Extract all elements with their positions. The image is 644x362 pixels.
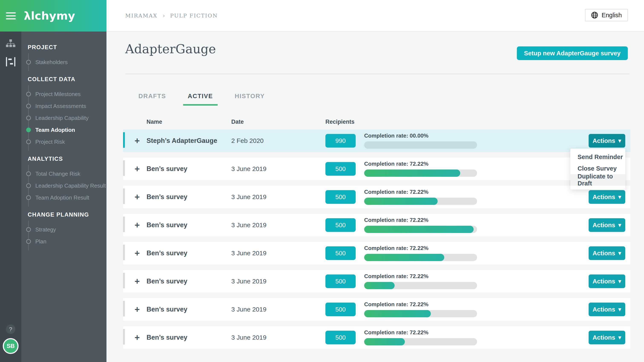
sidebar-item-plan[interactable]: Plan	[21, 236, 106, 248]
caret-down-icon: ▼	[618, 279, 622, 284]
timeline-bullet	[26, 92, 31, 96]
recipients-badge: 500	[326, 190, 356, 204]
caret-down-icon: ▼	[618, 195, 622, 199]
completion-rate-label: Completion rate: 72.22%	[364, 329, 492, 336]
nav-section-title: PROJECT	[28, 44, 106, 51]
row-accent-bar	[123, 329, 125, 344]
survey-name: Steph’s AdapterGauge	[146, 130, 217, 152]
recipients-badge: 500	[326, 218, 356, 232]
recipients-badge: 500	[326, 331, 356, 344]
recipients-badge: 500	[326, 246, 356, 260]
topbar: MIRAMAX › PULP FICTION English	[106, 0, 644, 32]
caret-down-icon: ▼	[618, 335, 622, 340]
setup-survey-button[interactable]: Setup new AdapterGauge survey	[517, 46, 628, 60]
expand-row-button[interactable]: +	[132, 186, 142, 208]
timeline-bullet	[26, 60, 31, 64]
sidebar-item-team-adoption-result[interactable]: Team Adoption Result	[21, 192, 106, 204]
gantt-icon[interactable]	[6, 57, 15, 66]
nav-section-title: ANALYTICS	[28, 156, 106, 162]
tab-drafts[interactable]: DRAFTS	[134, 93, 171, 106]
tab-active[interactable]: ACTIVE	[183, 93, 218, 106]
actions-label: Actions	[593, 334, 615, 341]
actions-label: Actions	[593, 137, 615, 144]
hamburger-menu-icon[interactable]	[6, 12, 16, 20]
progress-fill	[364, 254, 444, 261]
progress-bar	[364, 338, 477, 346]
language-button[interactable]: English	[585, 9, 628, 21]
sidebar-item-leadership-capability-result[interactable]: Leadership Capability Result	[21, 180, 106, 192]
sidebar-item-project-risk[interactable]: Project Risk	[21, 136, 106, 148]
breadcrumb-item-miramax[interactable]: MIRAMAX	[125, 12, 158, 19]
actions-label: Actions	[593, 250, 615, 257]
expand-row-button[interactable]: +	[132, 298, 142, 321]
survey-row: + Ben’s survey 3 June 2019 500 Completio…	[123, 186, 630, 208]
main-content: AdapterGauge Setup new AdapterGauge surv…	[106, 32, 644, 362]
timeline-bullet	[26, 116, 31, 120]
completion-rate-label: Completion rate: 72.22%	[364, 189, 492, 195]
sidebar-item-leadership-capability[interactable]: Leadership Capability	[21, 112, 106, 124]
nav-section-change-planning: CHANGE PLANNING Strategy Plan	[21, 211, 106, 248]
language-label: English	[602, 12, 622, 19]
progress-bar	[364, 198, 477, 205]
expand-row-button[interactable]: +	[132, 270, 142, 292]
completion-cell: Completion rate: 72.22%	[364, 329, 492, 346]
actions-button[interactable]: Actions ▼	[589, 218, 625, 232]
actions-button[interactable]: Actions ▼	[589, 134, 625, 148]
avatar[interactable]: SB	[3, 338, 18, 354]
tabs: DRAFTS ACTIVE HISTORY	[134, 93, 270, 106]
menu-item-send-reminder[interactable]: Send Reminder	[570, 151, 625, 163]
actions-button[interactable]: Actions ▼	[589, 274, 625, 288]
breadcrumb-item-pulp-fiction[interactable]: PULP FICTION	[170, 12, 218, 19]
actions-button[interactable]: Actions ▼	[589, 246, 625, 260]
sidebar-item-stakeholders[interactable]: Stakeholders	[21, 56, 106, 68]
actions-button[interactable]: Actions ▼	[589, 302, 625, 316]
caret-down-icon: ▼	[618, 307, 622, 312]
globe-icon	[591, 12, 598, 19]
menu-item-close-survey[interactable]: Close Survey	[570, 163, 625, 174]
survey-date: 3 June 2019	[231, 270, 266, 292]
sidebar-item-strategy[interactable]: Strategy	[21, 224, 106, 236]
expand-row-button[interactable]: +	[132, 326, 142, 349]
completion-rate-label: Completion rate: 72.22%	[364, 273, 492, 280]
expand-row-button[interactable]: +	[132, 158, 142, 180]
sidebar-item-project-milestones[interactable]: Project Milestones	[21, 88, 106, 100]
timeline-bullet	[26, 195, 31, 200]
plus-icon: +	[134, 304, 140, 314]
completion-cell: Completion rate: 72.22%	[364, 301, 492, 317]
expand-row-button[interactable]: +	[132, 130, 142, 152]
expand-row-button[interactable]: +	[132, 214, 142, 236]
sidebar-item-impact-assessments[interactable]: Impact Assessments	[21, 100, 106, 112]
tab-history[interactable]: HISTORY	[230, 93, 270, 106]
plus-icon: +	[134, 192, 140, 202]
progress-fill	[364, 310, 431, 317]
menu-item-duplicate-to-draft[interactable]: Duplicate to Draft	[570, 174, 625, 186]
progress-bar	[364, 282, 477, 289]
sidebar-item-team-adoption[interactable]: Team Adoption	[21, 124, 106, 136]
progress-bar	[364, 142, 477, 149]
sidebar-iconstrip: ? SB	[0, 32, 21, 362]
survey-row: + Ben’s survey 3 June 2019 500 Completio…	[123, 214, 630, 236]
nav-section-collect-data: COLLECT DATA Project Milestones Impact A…	[21, 76, 106, 148]
progress-fill	[364, 226, 474, 233]
progress-fill	[364, 338, 405, 346]
sidebar-item-total-change-risk[interactable]: Total Change Risk	[21, 168, 106, 180]
row-accent-bar	[123, 132, 125, 148]
survey-date: 3 June 2019	[231, 298, 266, 321]
sidebar-nav: PROJECT Stakeholders COLLECT DATA Projec…	[21, 32, 106, 362]
page-title: AdapterGauge	[125, 42, 216, 56]
survey-row: + Ben’s survey 3 June 2019 500 Completio…	[123, 242, 630, 264]
survey-row: + Ben’s survey 3 June 2019 500 Completio…	[123, 298, 630, 321]
timeline-bullet	[26, 227, 31, 232]
completion-cell: Completion rate: 72.22%	[364, 217, 492, 233]
sitemap-icon[interactable]	[6, 40, 15, 48]
help-button[interactable]: ?	[6, 324, 15, 334]
timeline-bullet	[26, 104, 31, 108]
row-accent-bar	[123, 273, 125, 288]
actions-button[interactable]: Actions ▼	[589, 331, 625, 344]
survey-name: Ben’s survey	[146, 242, 188, 264]
actions-button[interactable]: Actions ▼	[589, 190, 625, 204]
row-accent-bar	[123, 301, 125, 316]
plus-icon: +	[134, 136, 140, 146]
expand-row-button[interactable]: +	[132, 242, 142, 264]
completion-cell: Completion rate: 72.22%	[364, 245, 492, 261]
